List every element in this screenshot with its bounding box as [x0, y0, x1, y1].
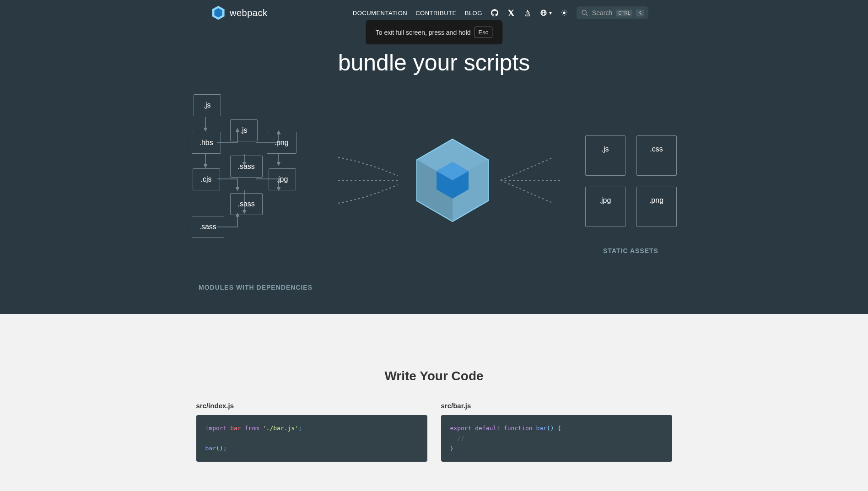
modules-section: .js .js .hbs .png .sass .cjs .jpg .sass …: [192, 94, 320, 268]
code-col-left: src/index.js import bar from './bar.js';…: [196, 402, 427, 462]
nav-contribute[interactable]: CONTRIBUTE: [415, 10, 457, 16]
module-sass3: .sass: [192, 216, 224, 238]
assets-section: .js .css .jpg .png STATIC ASSETS: [585, 135, 677, 227]
language-selector[interactable]: ▾: [540, 9, 552, 16]
hero-title: bundle your scripts: [0, 49, 868, 76]
search-placeholder: Search: [592, 9, 612, 16]
nav-blog[interactable]: BLOG: [465, 10, 482, 16]
fullscreen-exit-notice: To exit full screen, press and hold Esc: [366, 20, 502, 44]
svg-point-2: [563, 11, 565, 14]
hero-prefix: bundle your: [338, 50, 464, 76]
theme-toggle-icon[interactable]: [560, 9, 568, 17]
tok-path: './bar.js': [263, 425, 298, 432]
code-col-right: src/bar.js export default function bar()…: [441, 402, 672, 462]
search-icon: [581, 9, 588, 16]
globe-icon: [540, 9, 547, 16]
cube-section: [338, 121, 567, 242]
nav-documentation[interactable]: DOCUMENTATION: [353, 10, 407, 16]
svg-point-3: [582, 10, 586, 14]
github-icon[interactable]: [491, 9, 499, 17]
asset-js: .js: [585, 135, 625, 176]
module-js2: .js: [230, 119, 258, 141]
tok-close: }: [450, 445, 454, 452]
code-block-right: export default function bar() { // }: [441, 415, 672, 462]
module-sass2: .sass: [230, 193, 263, 215]
bundling-arrows-cube: [338, 121, 567, 240]
tok-call: ();: [216, 445, 226, 452]
assets-label: STATIC ASSETS: [603, 247, 658, 254]
x-twitter-icon[interactable]: [507, 9, 515, 17]
filename-right: src/bar.js: [441, 402, 672, 410]
asset-css: .css: [636, 135, 677, 176]
tok-function: function: [504, 425, 533, 432]
logo-text: webpack: [230, 8, 267, 18]
asset-jpg: .jpg: [585, 187, 625, 227]
module-png: .png: [267, 132, 297, 154]
nav-right: DOCUMENTATION CONTRIBUTE BLOG ▾ Search C…: [353, 6, 648, 19]
search-button[interactable]: Search CTRL K: [577, 6, 648, 19]
notice-text: To exit full screen, press and hold: [376, 29, 471, 36]
module-hbs: .hbs: [192, 132, 221, 154]
webpack-logo-icon: [210, 5, 226, 21]
tok-import: import: [205, 425, 227, 432]
module-js1: .js: [194, 94, 221, 116]
tok-comment: //: [457, 435, 464, 442]
tok-from: from: [245, 425, 259, 432]
lang-arrow: ▾: [549, 10, 552, 16]
code-columns: src/index.js import bar from './bar.js';…: [196, 402, 672, 462]
tok-bar2: bar: [205, 445, 216, 452]
tok-bar1: bar: [230, 425, 241, 432]
bundle-diagram: .js .js .hbs .png .sass .cjs .jpg .sass …: [0, 94, 868, 314]
asset-png: .png: [636, 187, 677, 227]
tok-export: export: [450, 425, 472, 432]
code-section: Write Your Code src/index.js import bar …: [0, 314, 868, 491]
kbd-ctrl: CTRL: [616, 10, 632, 16]
code-block-left: import bar from './bar.js'; bar();: [196, 415, 427, 462]
svg-line-4: [586, 14, 588, 16]
code-section-title: Write Your Code: [0, 369, 868, 383]
logo[interactable]: webpack: [210, 5, 267, 21]
tok-paren: () {: [547, 425, 561, 432]
module-sass1: .sass: [230, 156, 263, 178]
filename-left: src/index.js: [196, 402, 427, 410]
tok-semi1: ;: [298, 425, 302, 432]
esc-key-label: Esc: [474, 27, 493, 38]
tok-barfn: bar: [536, 425, 546, 432]
modules-label: MODULES WITH DEPENDENCIES: [199, 284, 313, 291]
stackoverflow-icon[interactable]: [523, 9, 532, 17]
module-jpg: .jpg: [269, 168, 296, 190]
tok-default: default: [475, 425, 500, 432]
hero-word: scripts: [464, 50, 530, 76]
kbd-k: K: [636, 10, 644, 16]
module-cjs: .cjs: [193, 168, 220, 190]
